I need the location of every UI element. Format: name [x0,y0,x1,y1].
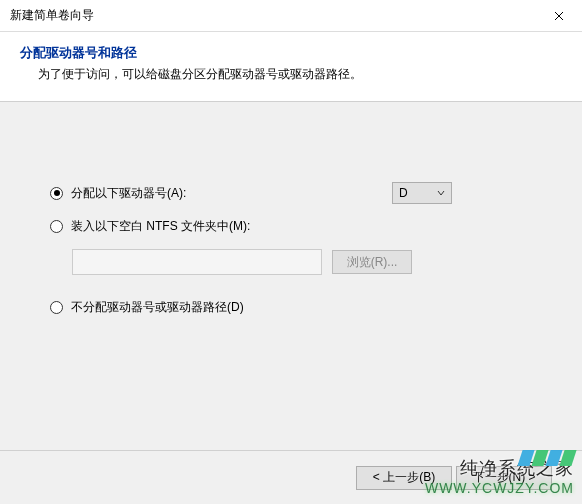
wizard-header: 分配驱动器号和路径 为了便于访问，可以给磁盘分区分配驱动器号或驱动器路径。 [0,32,582,102]
drive-letter-select[interactable]: D [392,182,452,204]
radio-assign-letter[interactable] [50,187,63,200]
back-button[interactable]: < 上一步(B) [356,466,452,490]
close-icon [554,11,564,21]
window-title: 新建简单卷向导 [10,7,94,24]
close-button[interactable] [536,0,582,32]
mount-path-input [72,249,322,275]
radio-mount-folder-label: 装入以下空白 NTFS 文件夹中(M): [71,218,250,235]
chevron-down-icon [437,189,445,197]
radio-mount-folder[interactable] [50,220,63,233]
radio-assign-letter-label: 分配以下驱动器号(A): [71,185,186,202]
radio-no-assign-label: 不分配驱动器号或驱动器路径(D) [71,299,244,316]
option-mount-folder[interactable]: 装入以下空白 NTFS 文件夹中(M): [50,218,532,235]
browse-button: 浏览(R)... [332,250,412,274]
radio-no-assign[interactable] [50,301,63,314]
option-assign-letter[interactable]: 分配以下驱动器号(A): D [50,182,532,204]
content-area: 分配以下驱动器号(A): D 装入以下空白 NTFS 文件夹中(M): 浏览(R… [0,102,582,350]
next-button[interactable]: 下一步(N) > [456,466,552,490]
page-subtitle: 为了便于访问，可以给磁盘分区分配驱动器号或驱动器路径。 [20,66,562,83]
titlebar: 新建简单卷向导 [0,0,582,32]
option-no-assign[interactable]: 不分配驱动器号或驱动器路径(D) [50,299,532,316]
page-title: 分配驱动器号和路径 [20,44,562,62]
wizard-footer: < 上一步(B) 下一步(N) > [0,450,582,504]
drive-letter-value: D [399,186,408,200]
mount-path-row: 浏览(R)... [50,249,532,275]
